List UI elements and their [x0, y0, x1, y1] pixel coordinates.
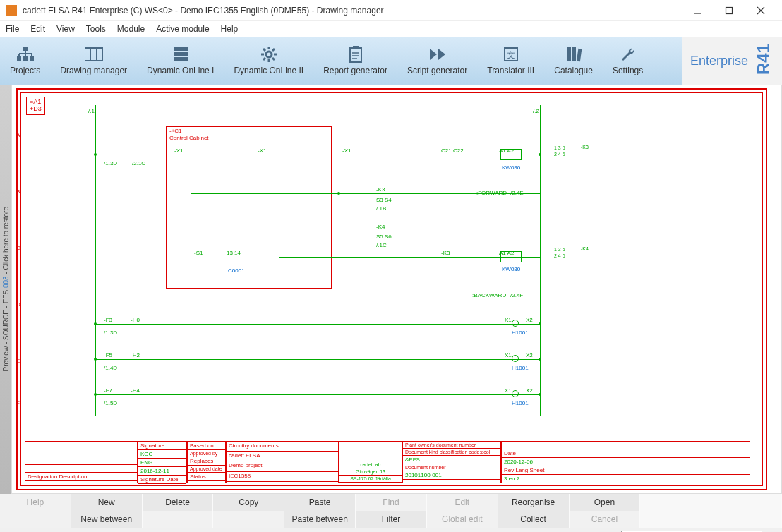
svg-rect-37: [567, 47, 571, 61]
title-block: Designation Description Signature KGC EN…: [25, 441, 750, 483]
svg-rect-29: [353, 46, 359, 49]
tb-label: Catalogue: [554, 66, 593, 75]
svg-rect-38: [572, 47, 576, 61]
tb-script-generator[interactable]: Script generator: [397, 37, 477, 85]
play-icon: [428, 46, 447, 63]
menu-tools[interactable]: Tools: [86, 24, 106, 34]
minimize-button[interactable]: [681, 1, 713, 20]
clipboard-icon: [346, 46, 366, 63]
btn-global-edit[interactable]: Global edit: [427, 511, 498, 528]
app-icon: [6, 5, 17, 16]
gear-icon: [259, 46, 279, 63]
drawing-canvas[interactable]: =A1 +D3 A B C D E F -+C1 Control Cabinet: [11, 85, 782, 494]
btn-help[interactable]: Help: [0, 494, 71, 511]
svg-point-19: [266, 52, 272, 57]
titlebar: cadett ELSA R41 Enterprise (C) WS<0> - D…: [0, 0, 782, 21]
btn-cancel[interactable]: Cancel: [570, 511, 641, 528]
translate-icon: 文: [501, 46, 521, 63]
svg-line-27: [272, 49, 275, 51]
svg-rect-28: [350, 48, 361, 62]
tb-label: Report generator: [323, 66, 387, 75]
svg-rect-7: [30, 56, 34, 61]
maximize-button[interactable]: [713, 1, 745, 20]
svg-rect-4: [23, 47, 28, 51]
layout-icon: [84, 46, 104, 63]
tb-drawing-manager[interactable]: Drawing manager: [50, 37, 137, 85]
statusbar: 0%: [0, 528, 782, 532]
books-icon: [564, 46, 584, 63]
hierarchy-icon: [16, 46, 35, 63]
svg-rect-1: [726, 7, 732, 13]
svg-marker-34: [438, 49, 445, 60]
svg-rect-6: [23, 56, 28, 61]
btn-paste-between[interactable]: Paste between: [284, 511, 356, 528]
tb-label: Drawing manager: [60, 66, 127, 75]
tb-translator[interactable]: 文 Translator III: [477, 37, 544, 85]
tb-label: Translator III: [487, 66, 534, 75]
drawing-frame: =A1 +D3 A B C D E F -+C1 Control Cabinet: [16, 88, 767, 490]
sidebar-text: Preview - SOURCE - EFS 003 - Click here …: [2, 207, 10, 371]
btn-new-between[interactable]: New between: [71, 511, 143, 528]
svg-text:文: 文: [507, 50, 515, 60]
brand-badge: Enterprise R41: [682, 37, 782, 85]
btn-empty: [143, 511, 214, 528]
sheet-annotation: =A1 +D3: [26, 97, 45, 115]
brand-text: Enterprise: [690, 54, 748, 68]
tb-catalogue[interactable]: Catalogue: [544, 37, 603, 85]
svg-rect-5: [17, 56, 21, 61]
btn-spacer: [640, 494, 782, 511]
brand-version: R41: [754, 55, 774, 75]
tb-dynamic-online-2[interactable]: Dynamic OnLine II: [224, 37, 313, 85]
control-cabinet-box: [166, 126, 332, 289]
menu-help[interactable]: Help: [221, 24, 239, 34]
svg-rect-18: [174, 57, 188, 61]
toolbar: Projects Drawing manager Dynamic OnLine …: [0, 37, 782, 85]
btn-empty: [0, 511, 71, 528]
tb-label: Projects: [10, 66, 40, 75]
menu-file[interactable]: File: [6, 24, 19, 34]
tb-dynamic-online-1[interactable]: Dynamic OnLine I: [137, 37, 224, 85]
server-icon: [171, 46, 191, 63]
btn-find[interactable]: Find: [356, 494, 427, 511]
menu-view[interactable]: View: [56, 24, 75, 34]
btn-spacer: [640, 511, 782, 528]
schematic: -+C1 Control Cabinet /.1 /.2 /1.3D /2.1C…: [46, 98, 752, 440]
preview-sidebar[interactable]: Preview - SOURCE - EFS 003 - Click here …: [0, 85, 11, 494]
menubar: File Edit View Tools Module Active modul…: [0, 21, 782, 37]
menu-edit[interactable]: Edit: [30, 24, 45, 34]
btn-collect[interactable]: Collect: [498, 511, 570, 528]
close-button[interactable]: [745, 1, 776, 20]
tb-label: Script generator: [407, 66, 467, 75]
action-buttons: Help New Delete Copy Paste Find Edit Reo…: [0, 494, 782, 528]
svg-marker-33: [430, 49, 437, 60]
btn-reorganise[interactable]: Reorganise: [498, 494, 570, 511]
window-title: cadett ELSA R41 Enterprise (C) WS<0> - D…: [23, 6, 681, 16]
tb-projects[interactable]: Projects: [0, 37, 50, 85]
btn-filter[interactable]: Filter: [356, 511, 427, 528]
svg-rect-17: [174, 52, 188, 56]
tb-label: Dynamic OnLine I: [147, 66, 214, 75]
tb-label: Settings: [613, 66, 643, 75]
svg-rect-13: [85, 48, 103, 61]
tb-label: Dynamic OnLine II: [234, 66, 303, 75]
tb-report-generator[interactable]: Report generator: [313, 37, 397, 85]
btn-empty: [213, 511, 284, 528]
btn-copy[interactable]: Copy: [213, 494, 284, 511]
svg-line-25: [272, 58, 275, 60]
svg-line-24: [263, 49, 265, 51]
btn-open[interactable]: Open: [570, 494, 641, 511]
wrench-icon: [618, 46, 638, 63]
btn-new[interactable]: New: [71, 494, 143, 511]
svg-rect-16: [174, 47, 188, 51]
tb-settings[interactable]: Settings: [603, 37, 653, 85]
menu-module[interactable]: Module: [117, 24, 145, 34]
menu-active-module[interactable]: Active module: [156, 24, 209, 34]
svg-line-26: [263, 58, 265, 60]
svg-rect-39: [576, 49, 581, 62]
btn-paste[interactable]: Paste: [284, 494, 356, 511]
btn-edit[interactable]: Edit: [427, 494, 498, 511]
btn-delete[interactable]: Delete: [143, 494, 214, 511]
